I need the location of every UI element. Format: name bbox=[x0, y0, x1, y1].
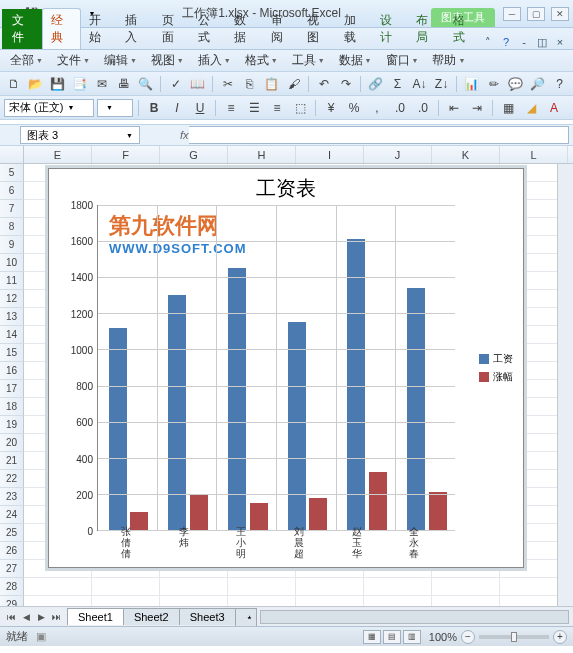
font-color-icon[interactable]: A bbox=[544, 98, 564, 118]
row-header[interactable]: 29 bbox=[0, 596, 24, 606]
window-close-icon[interactable]: × bbox=[553, 35, 567, 49]
normal-view-button[interactable]: ▦ bbox=[363, 630, 381, 644]
row-header[interactable]: 25 bbox=[0, 524, 24, 542]
row-header[interactable]: 24 bbox=[0, 506, 24, 524]
menu-format[interactable]: 格式▼ bbox=[239, 50, 284, 71]
file-tab[interactable]: 文件 bbox=[2, 9, 42, 49]
row-header[interactable]: 20 bbox=[0, 434, 24, 452]
bar[interactable] bbox=[288, 322, 306, 530]
select-all-corner[interactable] bbox=[0, 146, 24, 163]
tab-home[interactable]: 开始 bbox=[81, 9, 117, 49]
bar[interactable] bbox=[228, 268, 246, 530]
tab-data[interactable]: 数据 bbox=[226, 9, 262, 49]
format-painter-icon[interactable]: 🖌 bbox=[284, 74, 303, 94]
tab-insert[interactable]: 插入 bbox=[117, 9, 153, 49]
row-header[interactable]: 5 bbox=[0, 164, 24, 182]
new-sheet-button[interactable]: ⋆ bbox=[235, 608, 257, 626]
row-header[interactable]: 17 bbox=[0, 380, 24, 398]
row-header[interactable]: 26 bbox=[0, 542, 24, 560]
column-header[interactable]: J bbox=[364, 146, 432, 163]
row-header[interactable]: 7 bbox=[0, 200, 24, 218]
hyperlink-icon[interactable]: 🔗 bbox=[366, 74, 385, 94]
column-header[interactable]: F bbox=[92, 146, 160, 163]
tab-design[interactable]: 设计 bbox=[372, 9, 408, 49]
row-header[interactable]: 22 bbox=[0, 470, 24, 488]
saveas-icon[interactable]: 📑 bbox=[70, 74, 89, 94]
row-header[interactable]: 13 bbox=[0, 308, 24, 326]
bar-group[interactable] bbox=[277, 205, 337, 530]
align-right-icon[interactable]: ≡ bbox=[267, 98, 287, 118]
zoom-slider[interactable] bbox=[479, 635, 549, 639]
print-icon[interactable]: 🖶 bbox=[114, 74, 133, 94]
window-min-icon[interactable]: - bbox=[517, 35, 531, 49]
preview-icon[interactable]: 🔍 bbox=[136, 74, 155, 94]
bar-group[interactable] bbox=[337, 205, 397, 530]
zoom-in-button[interactable]: + bbox=[553, 630, 567, 644]
tab-page[interactable]: 页面 bbox=[154, 9, 190, 49]
row-header[interactable]: 6 bbox=[0, 182, 24, 200]
bar-group[interactable] bbox=[396, 205, 455, 530]
chart-legend[interactable]: 工资 涨幅 bbox=[479, 348, 513, 388]
merge-icon[interactable]: ⬚ bbox=[290, 98, 310, 118]
currency-icon[interactable]: ¥ bbox=[321, 98, 341, 118]
tab-formulas[interactable]: 公式 bbox=[190, 9, 226, 49]
undo2-icon[interactable]: ↶ bbox=[314, 74, 333, 94]
formula-input[interactable] bbox=[189, 126, 569, 144]
row-header[interactable]: 9 bbox=[0, 236, 24, 254]
tab-layout[interactable]: 布局 bbox=[408, 9, 444, 49]
column-header[interactable]: G bbox=[160, 146, 228, 163]
sheet-nav-first-icon[interactable]: ⏮ bbox=[4, 610, 18, 624]
row-header[interactable]: 16 bbox=[0, 362, 24, 380]
name-box[interactable]: 图表 3 ▼ bbox=[20, 126, 140, 144]
worksheet-grid[interactable]: EFGHIJKL 5678910111213141516171819202122… bbox=[0, 146, 573, 606]
menu-file[interactable]: 文件▼ bbox=[51, 50, 96, 71]
new-icon[interactable]: 🗋 bbox=[4, 74, 23, 94]
bar-group[interactable] bbox=[98, 205, 158, 530]
redo2-icon[interactable]: ↷ bbox=[336, 74, 355, 94]
decrease-decimal-icon[interactable]: .0 bbox=[413, 98, 433, 118]
row-header[interactable]: 18 bbox=[0, 398, 24, 416]
zoom-icon[interactable]: 🔎 bbox=[528, 74, 547, 94]
menu-view[interactable]: 视图▼ bbox=[145, 50, 190, 71]
comma-icon[interactable]: , bbox=[367, 98, 387, 118]
bar-group[interactable] bbox=[158, 205, 218, 530]
tab-review[interactable]: 审阅 bbox=[263, 9, 299, 49]
underline-icon[interactable]: U bbox=[190, 98, 210, 118]
embedded-chart[interactable]: 工资表 第九软件网 WWW.D9SOFT.COM 020040060080010… bbox=[48, 168, 524, 568]
menu-all[interactable]: 全部▼ bbox=[4, 50, 49, 71]
row-header[interactable]: 10 bbox=[0, 254, 24, 272]
research-icon[interactable]: 📖 bbox=[188, 74, 207, 94]
page-layout-view-button[interactable]: ▤ bbox=[383, 630, 401, 644]
font-name-select[interactable]: 宋体 (正文)▼ bbox=[4, 99, 94, 117]
horizontal-scrollbar[interactable] bbox=[260, 610, 569, 624]
plot-area[interactable] bbox=[97, 205, 455, 531]
row-header[interactable]: 27 bbox=[0, 560, 24, 578]
italic-icon[interactable]: I bbox=[167, 98, 187, 118]
font-size-select[interactable]: ▼ bbox=[97, 99, 133, 117]
drawing-icon[interactable]: ✏ bbox=[484, 74, 503, 94]
menu-data[interactable]: 数据▼ bbox=[333, 50, 378, 71]
bar[interactable] bbox=[369, 472, 387, 530]
window-restore-icon[interactable]: ◫ bbox=[535, 35, 549, 49]
row-header[interactable]: 14 bbox=[0, 326, 24, 344]
decrease-indent-icon[interactable]: ⇤ bbox=[444, 98, 464, 118]
row-header[interactable]: 11 bbox=[0, 272, 24, 290]
row-header[interactable]: 8 bbox=[0, 218, 24, 236]
minimize-ribbon-icon[interactable]: ˄ bbox=[481, 35, 495, 49]
mail-icon[interactable]: ✉ bbox=[92, 74, 111, 94]
menu-window[interactable]: 窗口▼ bbox=[380, 50, 425, 71]
comment-icon[interactable]: 💬 bbox=[506, 74, 525, 94]
menu-help[interactable]: 帮助▼ bbox=[426, 50, 471, 71]
menu-insert[interactable]: 插入▼ bbox=[192, 50, 237, 71]
column-header[interactable]: I bbox=[296, 146, 364, 163]
sheet-nav-last-icon[interactable]: ⏭ bbox=[49, 610, 63, 624]
help2-icon[interactable]: ? bbox=[550, 74, 569, 94]
close-button[interactable]: ✕ bbox=[551, 7, 569, 21]
paste-icon[interactable]: 📋 bbox=[262, 74, 281, 94]
bold-icon[interactable]: B bbox=[144, 98, 164, 118]
tab-view[interactable]: 视图 bbox=[299, 9, 335, 49]
save-icon[interactable]: 💾 bbox=[48, 74, 67, 94]
column-header[interactable]: E bbox=[24, 146, 92, 163]
menu-edit[interactable]: 编辑▼ bbox=[98, 50, 143, 71]
align-left-icon[interactable]: ≡ bbox=[221, 98, 241, 118]
